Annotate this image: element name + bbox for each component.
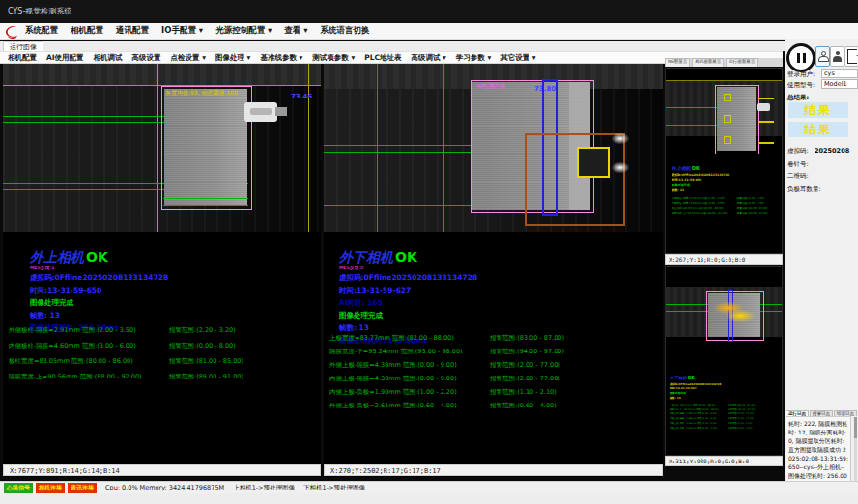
log-tab-error[interactable]: 错误日志 <box>834 410 857 416</box>
meas-alarm: 报警范围:(0.00 - 8.00) <box>737 201 789 205</box>
meas-text: 外侧极柱-隔膜=2.91mm 范围:(2.00 - 3.50) <box>672 196 737 200</box>
measure-value-annotation: 73.46 <box>291 93 312 100</box>
camera1-frame-count: 帧数: 13 <box>672 188 789 193</box>
meas-alarm: 报警范围:(94.00 - 97.00) <box>490 348 659 356</box>
bright-blob <box>612 162 629 173</box>
window-title: CYS-视觉检测系统 <box>0 0 858 23</box>
meas-alarm: 报警范围:(2.00 - 77.00) <box>728 417 786 421</box>
meas-alarm: 报警范围:(89.00 - 91.00) <box>169 373 317 381</box>
camera1-measurements: 外侧极柱-隔膜=2.91mm 范围:(2.00 - 3.50)报警范围:(2.2… <box>9 326 317 381</box>
meas-alarm: 报警范围:(89.00 - 91.00) <box>737 211 789 215</box>
needle-number-label: 卷针号: <box>787 160 809 169</box>
camera1-result: OK <box>692 165 700 171</box>
log-scrollbar-thumb[interactable] <box>854 417 857 438</box>
tool-advanced-debug[interactable]: 高级调试 ▾ <box>411 53 445 63</box>
result-display-2: 结果 <box>788 122 848 137</box>
camera2-pixel-readout: X:270;Y:2502;R:17;G:17;B:17 <box>324 464 663 476</box>
menu-comm-config[interactable]: 通讯配置 <box>116 25 149 37</box>
green-measure-line <box>3 122 165 123</box>
camera1-image[interactable]: 灰度均值:93, 动态阈值:100 73.46 <box>3 64 321 232</box>
log-text: 耗时: 222, 隔膜检测耗时: 17, 隔膜分离耗时: 0, 隔膜提取分区耗时… <box>786 416 851 488</box>
heartbeat-badge: 心跳信号 <box>4 483 33 493</box>
gray-threshold-annotation: 灰度均值:93, 动态阈值:100 <box>165 89 238 98</box>
camera2-image[interactable]: AI检测区域 73.80 <box>324 64 663 232</box>
green-measure-line <box>163 198 248 199</box>
pause-icon <box>803 53 806 63</box>
virtual-code-value: 20250208 <box>815 147 849 154</box>
tool-other-settings[interactable]: 其它设置 ▾ <box>500 53 535 63</box>
menu-system-config[interactable]: 系统配置 <box>25 25 58 37</box>
tab-strip <box>0 41 858 51</box>
tool-plc-address-table[interactable]: PLC地址表 <box>364 53 401 63</box>
camera1-process-done: 图像处理完成 <box>672 182 789 187</box>
comm-connect-badge: 通讯连接 <box>68 483 97 493</box>
total-result-label: 总结果: <box>787 94 809 102</box>
menu-camera-config[interactable]: 相机配置 <box>71 25 103 37</box>
user-mode-button[interactable] <box>815 46 830 67</box>
camera2-result: OK <box>395 249 417 265</box>
meas-alarm: 报警范围:(83.00 - 87.00) <box>728 403 786 406</box>
mini-green-line <box>666 125 720 126</box>
result-display-1: 结果 <box>788 102 848 118</box>
mini-tab-run-view[interactable]: 运行画面展示 <box>726 58 758 67</box>
menu-view[interactable]: 查看 ▾ <box>284 25 307 37</box>
tool-baseline-params[interactable]: 基准线参数 ▾ <box>260 53 302 63</box>
meas-text: 隔膜宽度-上=90.56mm 范围:(88.00 - 92.00) <box>672 211 737 215</box>
mini-tab-ng[interactable]: NG图显示 <box>665 58 690 67</box>
mini-yellow-marker <box>724 115 731 123</box>
meas-text: 内侧极柱-隔膜=4.60mm 范围:(3.00 - 6.00) <box>672 201 737 205</box>
camera1-result: OK <box>86 249 108 265</box>
camera2-time: 时间:13-31-59-627 <box>339 286 477 295</box>
pause-button[interactable] <box>786 43 815 72</box>
green-measure-line <box>163 205 248 206</box>
virtual-code-label: 虚拟码: <box>787 147 809 155</box>
camera1-time: 时间:13-31-59-650 <box>672 178 789 182</box>
menu-io-config[interactable]: IO手配置 ▾ <box>161 25 203 37</box>
menu-light-config[interactable]: 光源控制配置 ▾ <box>215 25 272 37</box>
green-guide-vline <box>377 64 378 232</box>
log-tab-run[interactable]: 运行日志 <box>786 410 809 416</box>
meas-alarm: 报警范围:(0.60 - 4.00) <box>490 402 659 410</box>
log-tab-alarm[interactable]: 报警日志 <box>810 410 833 416</box>
camera1-panel: 灰度均值:93, 动态阈值:100 73.46 外上相机OK MES反馈:1 虚… <box>3 64 321 477</box>
camera1-name: 外上相机 <box>30 249 84 265</box>
person-filled-icon <box>833 51 842 62</box>
camera1-process-done: 图像处理完成 <box>30 298 168 308</box>
meas-text: 外侧上极-隔膜=4.38mm 范围:(0.00 - 9.00) <box>670 412 728 416</box>
door-exit-icon: → <box>847 49 857 64</box>
mini-battery-part <box>717 87 756 151</box>
mini-camera1-view[interactable]: 外上相机OK 虚拟码:0Ffline20250208133134728 时间:1… <box>665 68 783 254</box>
mini-camera1-overlay: 外上相机OK 虚拟码:0Ffline20250208133134728 时间:1… <box>672 165 789 215</box>
camera2-result: OK <box>687 376 694 380</box>
login-user-label: 登录用户: <box>787 70 815 79</box>
tool-camera-config[interactable]: 相机配置 <box>8 53 37 63</box>
yellow-guide-vline <box>157 64 158 232</box>
meas-text: 隔膜宽度-上=90.56mm 范围:(88.00 - 92.00) <box>9 373 169 381</box>
meas-alarm: 报警范围:(81.00 - 85.00) <box>169 357 317 366</box>
tool-camera-debug[interactable]: 相机调试 <box>94 53 123 63</box>
tool-spotcheck-settings[interactable]: 点检设置 ▾ <box>171 53 206 63</box>
tool-image-processing[interactable]: 图像处理 ▾ <box>215 53 250 63</box>
meas-alarm: 报警范围:(2.20 - 3.20) <box>737 196 789 200</box>
mini-tab-camera-view[interactable]: 相机画面展示 <box>692 58 724 67</box>
camera2-overlay: 外下相机OK MES反馈:0 虚拟码:0Ffline20250208133134… <box>339 249 477 346</box>
menu-language-switch[interactable]: 系统语言切换 <box>321 25 370 37</box>
camera1-virtual-code: 虚拟码:0Ffline20250208133134728 <box>30 273 168 283</box>
tool-ai-config[interactable]: AI使用配置 <box>46 53 84 63</box>
status-bar: 心跳信号 相机连接 通讯连接 Cpu: 0.0% Memory: 3424.41… <box>0 481 858 493</box>
mini-yellow-callout <box>758 121 774 123</box>
mini-camera2-view[interactable]: 外下相机OK 虚拟码:0Ffline20250208133134728 时间:1… <box>665 266 783 456</box>
mini-yellow-callout <box>758 142 774 144</box>
app-logo-icon <box>4 25 21 39</box>
tool-advanced-settings[interactable]: 高级设置 <box>132 53 161 63</box>
green-measure-line <box>324 205 478 206</box>
model-value: Model1 <box>821 79 858 89</box>
login-user-value: cys <box>821 69 858 78</box>
tool-test-params[interactable]: 测试项参数 ▾ <box>312 53 355 63</box>
meas-text: 上极宽度=83.77mm 范围:(82.00 - 88.00) <box>670 403 728 406</box>
yellow-guide-vline <box>308 64 309 232</box>
operator-button[interactable] <box>830 46 844 67</box>
camera2-frame-count: 帧数: 13 <box>339 323 477 333</box>
exit-button[interactable]: → <box>844 46 858 67</box>
tool-learning-params[interactable]: 学习参数 ▾ <box>456 53 491 63</box>
